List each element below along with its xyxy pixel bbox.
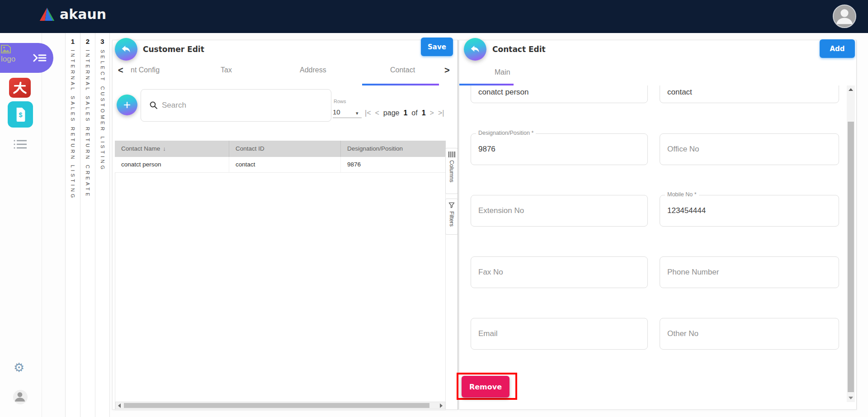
field-placeholder: Email: [478, 329, 498, 338]
scrollbar-thumb[interactable]: [848, 122, 854, 392]
svg-text:$: $: [19, 111, 22, 118]
tab-payment-config[interactable]: nt Config: [131, 66, 160, 74]
last-page-button[interactable]: >|: [438, 109, 444, 117]
back-button[interactable]: [464, 38, 486, 61]
step-tab-1[interactable]: 1 INTERNAL SALES RETURN LISTING: [65, 33, 80, 417]
column-header-label: Contact ID: [236, 145, 264, 152]
remove-button[interactable]: Remove: [462, 376, 509, 398]
brand-name: akaun: [60, 6, 106, 22]
customer-edit-panel: Customer Edit Save < nt Config Tax Addre…: [112, 40, 458, 410]
add-button[interactable]: Add: [820, 39, 855, 58]
office-no-field[interactable]: Office No: [660, 133, 839, 165]
step-number: 1: [66, 38, 80, 45]
plus-icon: +: [123, 98, 131, 112]
cell-contact-id[interactable]: contact: [229, 157, 340, 172]
of-word: of: [411, 109, 417, 117]
columns-tool-tab[interactable]: Columns: [445, 148, 458, 194]
panel-title: Contact Edit: [492, 45, 546, 54]
app-tile-red[interactable]: [9, 78, 31, 98]
table-row[interactable]: conatct person contact 9876: [115, 157, 446, 173]
contact-id-field[interactable]: contact: [660, 85, 839, 103]
gear-icon[interactable]: ⚙: [14, 362, 24, 374]
menu-expand-icon[interactable]: [33, 53, 47, 63]
step-tab-2[interactable]: 2 INTERNAL SALES RETURN CREATE: [80, 33, 95, 417]
list-icon[interactable]: [13, 138, 28, 150]
prev-page-button[interactable]: <: [375, 109, 379, 117]
back-arrow-icon: [120, 44, 132, 55]
scroll-up-arrow[interactable]: [849, 88, 853, 91]
column-header-contact-id[interactable]: Contact ID: [229, 141, 340, 157]
first-page-button[interactable]: |<: [365, 109, 371, 117]
column-header-label: Contact Name: [121, 145, 160, 152]
contact-name-field[interactable]: conatct person: [471, 85, 648, 103]
rows-label: Rows: [334, 99, 346, 104]
column-header-contact-name[interactable]: Contact Name↓: [115, 141, 229, 157]
step-tab-3[interactable]: 3 SELECT CUSTOMER LISTING: [95, 33, 110, 417]
save-button[interactable]: Save: [421, 38, 453, 56]
next-page-button[interactable]: >: [430, 109, 434, 117]
panel-title: Customer Edit: [143, 45, 204, 54]
column-header-label: Designation/Position: [347, 145, 403, 152]
tab-tax[interactable]: Tax: [221, 66, 232, 74]
person-icon: [13, 390, 27, 403]
tab-contact[interactable]: Contact: [390, 66, 415, 74]
extension-no-field[interactable]: Extension No: [471, 195, 648, 227]
brand-logo: akaun: [39, 6, 106, 22]
other-no-field[interactable]: Other No: [660, 318, 839, 350]
field-label: Mobile No *: [665, 191, 699, 198]
search-input[interactable]: [162, 101, 311, 110]
field-placeholder: Phone Number: [667, 268, 719, 277]
scroll-down-arrow[interactable]: [849, 397, 853, 399]
active-tab-indicator: [362, 84, 439, 85]
search-box: [141, 89, 331, 122]
pagination: |< < page 1 of 1 > >|: [365, 109, 444, 117]
cell-designation[interactable]: 9876: [340, 157, 446, 172]
broken-image-icon: [1, 45, 11, 53]
filters-tool-tab[interactable]: Filters: [445, 199, 458, 235]
mobile-no-field[interactable]: Mobile No * 123454444: [660, 195, 839, 227]
cell-contact-name[interactable]: conatct person: [115, 157, 229, 172]
columns-label: Columns: [448, 160, 455, 182]
phone-number-field[interactable]: Phone Number: [660, 256, 839, 288]
step-label: INTERNAL SALES RETURN CREATE: [85, 50, 90, 198]
scroll-right-arrow[interactable]: [440, 403, 443, 408]
email-field[interactable]: Email: [471, 318, 648, 350]
field-value: contact: [667, 88, 692, 97]
vertical-scrollbar[interactable]: [847, 85, 855, 402]
billing-doc-icon: $: [14, 107, 27, 122]
field-value: 123454444: [667, 206, 706, 215]
column-header-designation[interactable]: Designation/Position: [340, 141, 446, 157]
tabs-scroll-right[interactable]: >: [444, 66, 450, 75]
scroll-left-arrow[interactable]: [118, 403, 121, 408]
field-placeholder: Fax No: [478, 268, 503, 277]
back-button[interactable]: [115, 38, 137, 61]
horizontal-scrollbar[interactable]: [115, 402, 445, 409]
form-row-clipped: conatct person contact: [459, 85, 846, 114]
chevron-down-icon[interactable]: ▾: [356, 110, 359, 116]
app-root: akaun logo: [0, 0, 868, 417]
add-contact-button[interactable]: +: [117, 95, 137, 115]
current-page: 1: [403, 109, 407, 117]
tabs-scroll-left[interactable]: <: [118, 66, 123, 75]
step-label: SELECT CUSTOMER LISTING: [100, 50, 105, 171]
user-avatar[interactable]: [833, 5, 856, 28]
app-tile-billing[interactable]: $: [8, 101, 33, 128]
fax-no-field[interactable]: Fax No: [471, 256, 648, 288]
workspace-banner[interactable]: logo: [0, 43, 53, 73]
table-header-row: Contact Name↓ Contact ID Designation/Pos…: [115, 141, 446, 157]
field-placeholder: Extension No: [478, 206, 524, 215]
field-value: 9876: [478, 145, 495, 154]
tab-main[interactable]: Main: [495, 68, 510, 76]
contact-edit-panel: Contact Edit Add Main conatct person con…: [459, 40, 857, 410]
panel-divider: [458, 40, 458, 410]
person-icon: [834, 5, 855, 27]
akaun-triangle-icon: [39, 7, 55, 22]
total-pages: 1: [422, 109, 426, 117]
tab-address[interactable]: Address: [300, 66, 326, 74]
rail-user-icon[interactable]: [13, 390, 28, 404]
filters-icon: [448, 202, 455, 208]
sort-desc-icon[interactable]: ↓: [163, 145, 166, 152]
designation-field[interactable]: Designation/Position * 9876: [471, 133, 648, 165]
rail-divider: [42, 33, 42, 417]
scrollbar-thumb[interactable]: [124, 403, 429, 408]
